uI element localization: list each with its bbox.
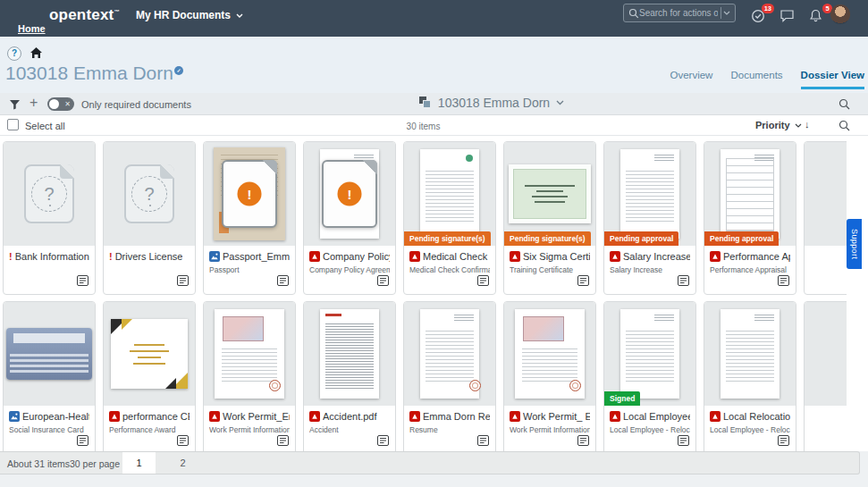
support-button[interactable]: Support [847,219,862,269]
dossier-icon [419,97,432,109]
document-title: Medical Check - Emr [423,251,490,262]
document-card[interactable]: Pending approvalSalary Increase.pdfSalar… [603,141,696,295]
sort-direction-button[interactable]: ↓ [805,119,810,130]
help-icon[interactable]: ? [7,46,21,61]
todo-button[interactable]: 13 [751,8,767,24]
document-details-button[interactable] [678,273,689,290]
search-scope-chevron-icon[interactable] [723,11,730,15]
tab-dossier-view[interactable]: Dossier View [801,70,864,89]
document-thumbnail: Signed [604,302,695,406]
filter-icon[interactable] [9,98,21,114]
tab-documents[interactable]: Documents [730,70,782,89]
document-details-button[interactable] [77,273,88,290]
page-button-1[interactable]: 1 [122,452,156,474]
pdf-file-icon [610,251,620,262]
document-meta [805,406,847,451]
document-details-button[interactable] [577,273,589,290]
document-details-button[interactable] [377,273,389,290]
required-mark: ! [9,251,13,262]
document-details-button[interactable] [678,433,689,449]
page-size-dropdown[interactable]: 30 per page [70,458,131,469]
document-thumbnail [805,302,847,406]
document-meta [805,246,847,294]
pdf-file-icon [510,411,520,422]
document-title: Drivers License [115,251,183,262]
document-card[interactable]: Accident.pdfAccident [303,301,396,451]
document-thumbnail: Pending signature(s) [504,142,595,246]
pdf-file-icon [610,411,620,422]
document-grid: ?!Bank Information?!Drivers License!Pass… [0,136,847,451]
document-details-button[interactable] [77,433,88,449]
document-card[interactable]: Emma Dorn ResumeResume [403,301,496,451]
tab-overview[interactable]: Overview [670,70,713,89]
document-card[interactable]: Pending signature(s)Medical Check - EmrM… [403,141,496,295]
pdf-file-icon [309,251,320,262]
right-gutter [847,136,868,451]
document-details-icon [577,275,589,286]
pdf-file-icon [510,251,520,262]
document-title: Accident.pdf [323,411,377,422]
global-search-input[interactable] [639,8,718,18]
document-card[interactable]: !Company Policy AgrCompany Policy Agreem… [303,141,396,295]
document-details-icon [77,435,88,446]
home-nav-link[interactable]: Home [18,23,46,34]
search-divider [721,7,721,19]
document-details-icon [477,435,489,446]
document-title: Bank Information [15,251,89,262]
document-details-button[interactable] [477,273,489,290]
header-tabs: OverviewDocumentsDossier View [670,70,865,89]
required-documents-toggle[interactable]: ✕ [47,97,74,111]
document-card[interactable]: Pending signature(s)Six Sigma Certificat… [503,141,596,295]
document-card[interactable]: Pending approvalPerformance AppraisPerfo… [704,141,796,295]
document-details-button[interactable] [778,273,789,290]
document-details-icon [277,275,289,286]
document-card-partial [804,141,847,295]
document-meta: Local Relocation 202Local Employee - Rel… [704,406,796,451]
notifications-button[interactable]: 5 [809,8,825,24]
document-details-button[interactable] [577,433,589,449]
document-details-button[interactable] [778,433,789,449]
home-icon[interactable] [29,46,43,63]
messages-button[interactable] [780,8,796,24]
document-details-button[interactable] [377,433,389,449]
document-card[interactable]: ?!Bank Information [3,141,96,295]
document-thumbnail: ! [204,142,295,246]
document-card[interactable]: ?!Drivers License [103,141,196,295]
warning-document-icon: ! [322,160,377,228]
app-menu-dropdown[interactable]: My HR Documents [136,9,243,21]
document-card[interactable]: SignedLocal Employee - ReLocal Employee … [603,301,696,451]
document-details-button[interactable] [277,273,289,290]
document-card[interactable]: Work Permit_Emma IWork Permit Informatio… [203,301,296,451]
status-badge: Pending approval [604,231,678,246]
user-avatar[interactable] [830,4,850,24]
global-search[interactable] [623,4,736,22]
document-card[interactable]: European-Health-InsSocial Insurance Card [3,301,96,451]
page-size-label: 30 per page [70,458,120,469]
pdf-file-icon [409,251,420,262]
unknown-document-icon: ? [24,164,74,223]
sort-label: Priority [755,120,790,130]
toggle-off-icon: ✕ [64,99,71,109]
list-search-icon[interactable] [839,119,850,135]
document-meta: Work Permit_Emma IWork Permit Informatio… [204,406,295,451]
document-card[interactable]: !Passport_Emma DorPassport [203,141,296,295]
sort-dropdown[interactable]: Priority [755,120,802,130]
document-card[interactable]: Local Relocation 202Local Employee - Rel… [704,301,796,451]
document-meta: Salary Increase.pdfSalary Increase [604,246,695,294]
dossier-scope-selector[interactable]: 103018 Emma Dorn [358,96,626,110]
document-thumbnail [404,302,495,406]
add-document-button[interactable]: + [29,95,38,111]
document-details-button[interactable] [277,433,289,449]
document-details-button[interactable] [177,433,189,449]
items-summary: About 31 items [7,458,70,469]
document-card[interactable]: Work Permit_ Emma IWork Permit Informati… [503,301,596,451]
document-details-button[interactable] [477,433,489,449]
filter-search-icon[interactable] [839,97,850,113]
document-meta: Local Employee - ReLocal Employee - Relo… [604,406,695,451]
image-file-icon [9,411,20,422]
document-details-button[interactable] [177,273,189,290]
page-button-2[interactable]: 2 [166,452,199,474]
document-title: Passport_Emma Dor [223,251,290,262]
document-details-icon [177,435,189,446]
document-card[interactable]: performance CERTIFPerformance Award [103,301,196,451]
